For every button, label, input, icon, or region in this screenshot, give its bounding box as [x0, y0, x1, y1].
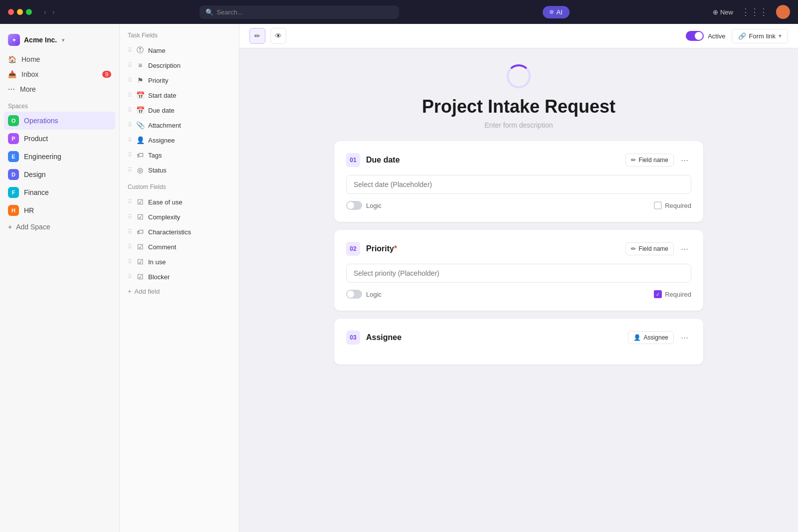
- drag-handle: ⠿: [128, 107, 132, 114]
- back-button[interactable]: ‹: [42, 7, 48, 17]
- pencil-icon: ✏: [254, 32, 260, 40]
- view-button[interactable]: 👁: [270, 28, 286, 44]
- sidebar-item-engineering[interactable]: E Engineering: [4, 148, 115, 166]
- new-label: New: [720, 8, 733, 16]
- sidebar-item-hr[interactable]: H HR: [4, 201, 115, 219]
- logic-toggle: Logic: [346, 201, 382, 210]
- more-options-button[interactable]: ···: [678, 243, 691, 255]
- workspace-name: Acme Inc.: [24, 36, 57, 44]
- card-number: 02: [346, 242, 360, 256]
- required-checkbox[interactable]: [654, 201, 662, 209]
- drag-handle: ⠿: [128, 243, 132, 250]
- ai-button[interactable]: AI: [543, 6, 570, 18]
- drag-handle: ⠿: [128, 152, 132, 159]
- active-toggle-group: Active: [686, 31, 725, 41]
- field-item-status[interactable]: ⠿ ◎ Status: [120, 163, 239, 177]
- avatar[interactable]: [776, 5, 790, 19]
- assignee-button[interactable]: 👤 Assignee: [628, 331, 674, 344]
- topbar-right: ⊕ New ⋮⋮⋮: [713, 5, 790, 19]
- sidebar-nav: 🏠 Home 📥 Inbox 9 ⋯ More: [0, 52, 119, 97]
- form-content: Project Intake Request Enter form descri…: [239, 48, 798, 380]
- card-header-03: 03 Assignee 👤 Assignee ···: [346, 331, 691, 345]
- product-label: Product: [24, 135, 48, 143]
- engineering-dot: E: [8, 151, 19, 162]
- due-date-input[interactable]: [346, 175, 691, 194]
- check-icon: ☑: [136, 273, 144, 281]
- form-link-button[interactable]: 🔗 Form link ▾: [732, 29, 788, 43]
- field-item-assignee[interactable]: ⠿ 👤 Assignee: [120, 133, 239, 148]
- logic-toggle: Logic: [346, 290, 382, 299]
- edit-button[interactable]: ✏: [249, 28, 265, 44]
- field-item-attachment[interactable]: ⠿ 📎 Attachment: [120, 118, 239, 133]
- field-label: Complexity: [148, 213, 180, 221]
- form-card-priority: 02 Priority* ✏ Field name ···: [334, 230, 703, 311]
- logic-toggle-switch[interactable]: [346, 290, 362, 299]
- sidebar-item-finance[interactable]: F Finance: [4, 183, 115, 201]
- sidebar-item-product[interactable]: P Product: [4, 130, 115, 148]
- add-space-icon: +: [8, 223, 12, 231]
- design-label: Design: [24, 171, 46, 178]
- drag-handle: ⠿: [128, 137, 132, 144]
- search-bar[interactable]: 🔍 Search...: [200, 5, 399, 19]
- drag-handle: ⠿: [128, 62, 132, 69]
- required-checkbox[interactable]: ✓: [654, 290, 662, 298]
- search-placeholder: Search...: [216, 8, 242, 16]
- drag-handle: ⠿: [128, 77, 132, 84]
- field-item-characteristics[interactable]: ⠿ 🏷 Characteristics: [120, 224, 239, 239]
- field-item-priority[interactable]: ⠿ ⚑ Priority: [120, 73, 239, 88]
- product-dot: P: [8, 133, 19, 144]
- card-number: 01: [346, 153, 360, 167]
- field-item-comment[interactable]: ⠿ ☑ Comment: [120, 239, 239, 254]
- card-footer-01: Logic Required: [346, 201, 691, 210]
- minimize-button[interactable]: [17, 9, 23, 15]
- more-options-button[interactable]: ···: [678, 332, 691, 344]
- logic-toggle-switch[interactable]: [346, 201, 362, 210]
- active-toggle[interactable]: [686, 31, 704, 41]
- field-item-ease-of-use[interactable]: ⠿ ☑ Ease of use: [120, 194, 239, 209]
- sidebar-item-home[interactable]: 🏠 Home: [4, 52, 115, 67]
- new-button[interactable]: ⊕ New: [713, 8, 733, 16]
- check-icon: ☑: [136, 258, 144, 266]
- field-label: Characteristics: [148, 228, 191, 236]
- search-icon: 🔍: [205, 8, 213, 16]
- field-item-description[interactable]: ⠿ ≡ Description: [120, 58, 239, 73]
- person-icon: 👤: [633, 334, 641, 341]
- toggle-knob: [695, 32, 703, 40]
- workspace-header[interactable]: ✦ Acme Inc. ▾: [0, 30, 119, 52]
- field-label: In use: [148, 258, 166, 266]
- field-name-button[interactable]: ✏ Field name: [625, 154, 674, 167]
- field-item-name[interactable]: ⠿ Ⓣ Name: [120, 43, 239, 58]
- card-actions: ✏ Field name ···: [625, 242, 691, 255]
- more-options-button[interactable]: ···: [678, 154, 691, 167]
- field-item-in-use[interactable]: ⠿ ☑ In use: [120, 254, 239, 269]
- field-label: Due date: [148, 107, 175, 114]
- sidebar-item-design[interactable]: D Design: [4, 166, 115, 183]
- add-space-button[interactable]: + Add Space: [0, 219, 119, 234]
- forward-button[interactable]: ›: [50, 7, 57, 17]
- due-date-label: Due date: [366, 156, 400, 164]
- operations-dot: O: [8, 115, 19, 126]
- field-label: Assignee: [148, 137, 175, 144]
- sidebar-item-more[interactable]: ⋯ More: [4, 82, 115, 97]
- field-item-duedate[interactable]: ⠿ 📅 Due date: [120, 103, 239, 118]
- priority-input[interactable]: [346, 264, 691, 283]
- maximize-button[interactable]: [26, 9, 32, 15]
- close-button[interactable]: [8, 9, 14, 15]
- field-item-startdate[interactable]: ⠿ 📅 Start date: [120, 88, 239, 103]
- field-item-blocker[interactable]: ⠿ ☑ Blocker: [120, 269, 239, 284]
- sidebar-item-inbox[interactable]: 📥 Inbox 9: [4, 67, 115, 82]
- field-item-tags[interactable]: ⠿ 🏷 Tags: [120, 148, 239, 163]
- tag-icon: 🏷: [136, 151, 144, 159]
- field-name-button[interactable]: ✏ Field name: [625, 242, 674, 255]
- field-label: Attachment: [148, 122, 181, 129]
- card-header-02: 02 Priority* ✏ Field name ···: [346, 242, 691, 256]
- add-field-button[interactable]: + Add field: [120, 284, 239, 299]
- grid-icon[interactable]: ⋮⋮⋮: [741, 6, 768, 17]
- field-item-complexity[interactable]: ⠿ ☑ Complexity: [120, 209, 239, 224]
- plus-icon: ⊕: [713, 8, 718, 16]
- spaces-label: Spaces: [0, 97, 119, 112]
- logic-label: Logic: [366, 202, 382, 209]
- form-card-due-date: 01 Due date ✏ Field name ···: [334, 141, 703, 222]
- add-field-label: Add field: [135, 288, 160, 295]
- sidebar-item-operations[interactable]: O Operations: [4, 112, 115, 130]
